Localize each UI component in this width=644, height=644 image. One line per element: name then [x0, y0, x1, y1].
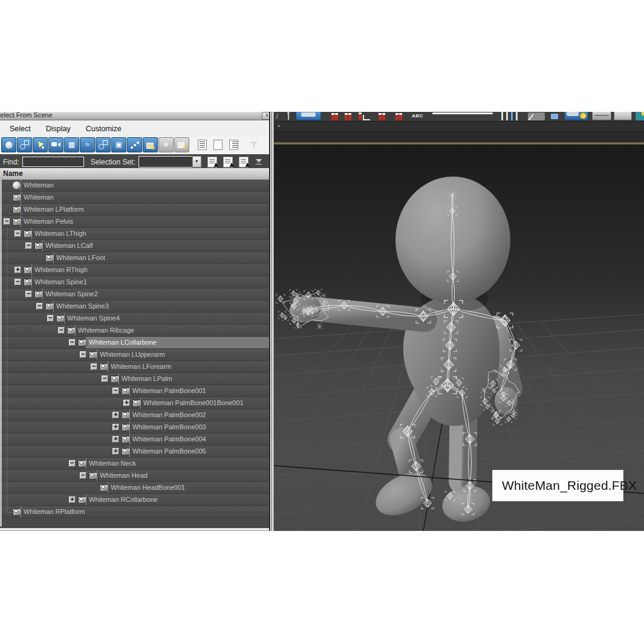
expander-minus-icon[interactable]: −: [15, 279, 21, 285]
expander-minus-icon[interactable]: −: [91, 363, 97, 370]
expander-plus-icon[interactable]: +: [112, 436, 119, 443]
display-spacewarps-button[interactable]: ≈: [80, 137, 95, 152]
expander-minus-icon[interactable]: −: [80, 472, 86, 479]
tree-row-whiteman-spine2[interactable]: −Whiteman Spine2: [2, 288, 269, 301]
tree-row-whiteman-palmbone005[interactable]: +Whiteman PalmBone005: [2, 446, 269, 458]
tree-row-whiteman-spine3[interactable]: −Whiteman Spine3: [2, 301, 269, 313]
display-lights-button[interactable]: [33, 137, 48, 152]
corner-slash-icon[interactable]: /: [276, 113, 281, 120]
tree-row-whiteman-palmbone002[interactable]: +Whiteman PalmBone002: [2, 409, 269, 421]
display-helpers-button[interactable]: ▦: [64, 137, 79, 152]
expander-minus-icon[interactable]: −: [69, 460, 76, 467]
tree-row-whiteman-palmbone004[interactable]: +Whiteman PalmBone004: [2, 434, 269, 446]
material-editor-icon[interactable]: [636, 112, 644, 120]
tree-row-whiteman-lplatform[interactable]: Whiteman LPlatform: [2, 204, 269, 216]
tree-guide-line: [119, 373, 119, 385]
display-frozen-button[interactable]: ❄: [158, 137, 174, 152]
find-input[interactable]: [22, 157, 84, 167]
angle-snap-icon[interactable]: [359, 112, 371, 120]
display-shapes-button[interactable]: [17, 137, 32, 152]
tree-row-whiteman-palmbone003[interactable]: +Whiteman PalmBone003: [2, 421, 269, 434]
display-xrefs-button[interactable]: ▣: [111, 137, 126, 152]
menu-select[interactable]: Select: [6, 123, 34, 134]
viewport-canvas[interactable]: WhiteMan_Rigged.FBX: [274, 145, 644, 531]
expander-minus-icon[interactable]: −: [15, 230, 21, 237]
tree-row-whiteman-spine4[interactable]: −Whiteman Spine4: [2, 313, 269, 325]
expander-minus-icon[interactable]: −: [47, 315, 54, 322]
tree-row-whiteman-palmbone001[interactable]: −Whiteman PalmBone001: [2, 385, 269, 397]
display-bones-button[interactable]: [127, 137, 142, 152]
tree-row-whiteman-pelvis[interactable]: −Whiteman Pelvis: [2, 216, 269, 228]
tree-row-whiteman-palmbone001bone001[interactable]: +Whiteman PalmBone001Bone001: [2, 397, 269, 409]
tree-row-whiteman-lupperarm[interactable]: −Whiteman LUpperarm: [2, 349, 269, 361]
display-groups-button[interactable]: [96, 137, 111, 152]
expander-minus-icon[interactable]: −: [80, 351, 86, 358]
selection-set-dropdown[interactable]: ▼: [138, 156, 201, 168]
expander-plus-icon[interactable]: +: [112, 448, 119, 455]
chevron-down-icon[interactable]: ▾: [278, 123, 280, 129]
schematic-view-icon[interactable]: [614, 112, 632, 120]
tree-row-whiteman-neck[interactable]: −Whiteman Neck: [2, 458, 269, 470]
snap-toggle-2d-icon[interactable]: [331, 113, 339, 120]
expander-plus-icon[interactable]: +: [112, 424, 119, 431]
percent-snap-icon[interactable]: [378, 113, 386, 120]
filter-dropdown-icon[interactable]: [256, 159, 262, 164]
tree-row-whiteman-lfoot[interactable]: Whiteman LFoot: [2, 252, 269, 264]
display-containers-button[interactable]: [143, 137, 158, 152]
select-all-button[interactable]: [207, 157, 217, 168]
selection-filter-button[interactable]: [247, 137, 262, 152]
spinner-snap-icon[interactable]: [395, 113, 403, 120]
list-view-button[interactable]: [195, 137, 210, 152]
tree-row-whiteman[interactable]: Whiteman: [2, 180, 269, 192]
tree-row-whiteman-rthigh[interactable]: +Whiteman RThigh: [2, 264, 269, 276]
tree-row-whiteman-rplatform[interactable]: Whiteman RPlatform: [2, 506, 269, 518]
expander-plus-icon[interactable]: +: [123, 400, 130, 406]
tree-row-whiteman-lcalf[interactable]: −Whiteman LCalf: [2, 240, 269, 252]
dialog-titlebar[interactable]: Select From Scene: [0, 112, 269, 120]
dialog-right-frame[interactable]: [269, 112, 274, 531]
expander-plus-icon[interactable]: +: [69, 496, 76, 503]
select-invert-button[interactable]: [239, 157, 249, 168]
named-selection-sets-icon[interactable]: ABC: [412, 112, 428, 120]
pin-icon[interactable]: [285, 112, 292, 120]
display-geometry-button[interactable]: [1, 137, 16, 152]
display-cameras-button[interactable]: [48, 137, 63, 152]
align-icon[interactable]: [528, 112, 545, 120]
expander-minus-icon[interactable]: −: [4, 218, 10, 225]
tree-row-whiteman-spine1[interactable]: −Whiteman Spine1: [2, 276, 269, 288]
expander-minus-icon[interactable]: −: [25, 242, 32, 249]
expander-minus-icon[interactable]: −: [25, 291, 32, 298]
expander-minus-icon[interactable]: −: [102, 376, 108, 382]
menu-display[interactable]: Display: [42, 123, 74, 134]
blank-view-button[interactable]: [210, 137, 226, 152]
tree-row-whiteman-lforearm[interactable]: −Whiteman LForearm: [2, 361, 269, 373]
toggle-ribbon-icon[interactable]: [551, 114, 558, 119]
mirror-icon[interactable]: [501, 112, 519, 120]
curve-editor-icon[interactable]: [592, 112, 611, 120]
tree-row-whiteman-lcollarbone[interactable]: −Whiteman LCollarbone: [2, 337, 269, 349]
tree-row-whiteman-lthigh[interactable]: −Whiteman LThigh: [2, 228, 269, 240]
snap-toggle-3d-icon[interactable]: [344, 113, 352, 120]
expander-minus-icon[interactable]: −: [58, 327, 65, 334]
tree-row-whiteman-ribcage[interactable]: −Whiteman Ribcage: [2, 325, 269, 337]
tree-row-whiteman-rcollarbone[interactable]: +Whiteman RCollarbone: [2, 494, 269, 506]
menu-customize[interactable]: Customize: [82, 123, 125, 134]
tree-row-whiteman-headbone001[interactable]: Whiteman HeadBone001: [2, 482, 269, 494]
scene-explorer-toggle-icon[interactable]: [564, 112, 588, 120]
expander-minus-icon[interactable]: −: [112, 388, 119, 394]
tree-row-whiteman[interactable]: Whiteman: [2, 192, 269, 204]
chevron-down-icon[interactable]: ▼: [192, 156, 201, 168]
name-column-header[interactable]: Name: [0, 168, 269, 180]
sort-ascending-icon[interactable]: [259, 172, 265, 176]
expander-plus-icon[interactable]: +: [15, 267, 21, 273]
expander-minus-icon[interactable]: −: [36, 303, 43, 310]
tree-row-whiteman-lpalm[interactable]: −Whiteman LPalm: [2, 373, 269, 385]
select-object-button[interactable]: [296, 112, 321, 120]
select-none-button[interactable]: [223, 157, 233, 168]
expander-plus-icon[interactable]: +: [112, 412, 119, 418]
expander-minus-icon[interactable]: −: [69, 339, 76, 346]
selection-set-field[interactable]: [432, 112, 493, 114]
display-hidden-button[interactable]: [174, 137, 189, 152]
tree-row-whiteman-head[interactable]: −Whiteman Head: [2, 470, 269, 482]
outline-view-button[interactable]: [226, 137, 241, 152]
